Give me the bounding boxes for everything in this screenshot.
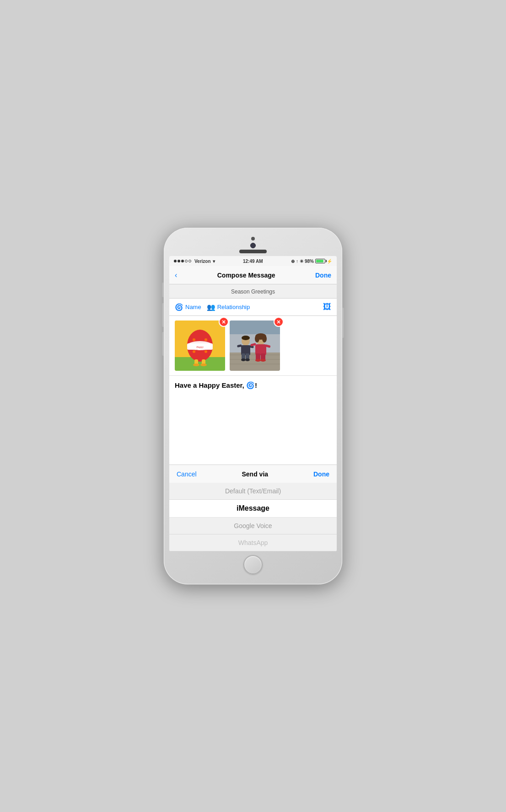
nav-title: Compose Message	[217, 272, 275, 279]
section-header: Season Greetings	[169, 284, 337, 299]
picker-option-whatsapp[interactable]: WhatsApp	[169, 534, 337, 551]
picker-option-google-voice[interactable]: Google Voice	[169, 518, 337, 534]
arrow-icon: ↑	[296, 259, 298, 264]
easter-card-inner: Happy Easter	[175, 321, 225, 371]
kids-photo-inner	[230, 321, 280, 371]
relationship-icon: 👥	[207, 303, 215, 311]
cancel-button[interactable]: Cancel	[177, 470, 197, 478]
content-area: Season Greetings 🌀 Name 👥 Relationship 🖼	[169, 284, 337, 465]
signal-dot-3	[181, 260, 184, 262]
svg-point-28	[245, 358, 250, 361]
svg-point-10	[200, 363, 207, 366]
svg-point-32	[262, 335, 267, 342]
kids-photo-svg	[230, 321, 280, 371]
svg-text:Easter: Easter	[195, 349, 205, 353]
battery-bar	[315, 259, 325, 263]
volume-down-button[interactable]	[162, 332, 164, 356]
easter-card-thumb: Happy Easter	[175, 321, 225, 371]
sensor	[251, 237, 255, 240]
status-right: ⊕ ↑ ✳ 98% ⚡	[291, 259, 332, 264]
name-icon: 🌀	[175, 303, 183, 311]
battery-fill	[316, 260, 323, 262]
battery-percent: 98%	[305, 259, 314, 264]
relationship-tag[interactable]: 👥 Relationship	[207, 303, 250, 311]
svg-point-11	[193, 338, 195, 341]
svg-point-23	[242, 336, 250, 340]
signal-dot-2	[178, 260, 180, 262]
home-button[interactable]	[243, 555, 263, 574]
easter-svg: Happy Easter	[175, 321, 225, 371]
section-header-text: Season Greetings	[231, 288, 275, 295]
nav-bar: ‹ Compose Message Done	[169, 266, 337, 284]
svg-point-37	[260, 359, 266, 362]
wifi-icon: ▾	[213, 259, 215, 264]
signal-dot-4	[185, 260, 188, 262]
toolbar-done-button[interactable]: Done	[313, 470, 329, 478]
message-area[interactable]: Have a Happy Easter, 🌀!	[169, 376, 337, 465]
svg-text:Happy: Happy	[196, 346, 204, 348]
name-tag[interactable]: 🌀 Name	[175, 303, 201, 311]
message-text: Have a Happy Easter, 🌀!	[175, 381, 257, 389]
location-icon: ⊕	[291, 259, 295, 264]
charging-icon: ⚡	[327, 259, 332, 264]
back-chevron-icon: ‹	[175, 272, 177, 279]
picker-option-imessage[interactable]: iMessage	[169, 500, 337, 518]
signal-dot-5	[188, 260, 191, 262]
add-photo-button[interactable]: 🖼	[323, 302, 331, 312]
status-left: Verizon ▾	[174, 259, 215, 264]
kids-photo-thumb: ×	[230, 321, 280, 371]
speaker	[239, 250, 267, 253]
svg-point-13	[193, 350, 195, 353]
phone-bottom	[169, 551, 337, 579]
status-time: 12:49 AM	[243, 259, 263, 264]
message-text-after: !	[255, 381, 257, 389]
remove-kids-photo-button[interactable]: ×	[274, 317, 284, 327]
images-area: Happy Easter	[169, 316, 337, 376]
picker-options-list: Default (Text/Email) iMessage Google Voi…	[169, 483, 337, 551]
screen: Verizon ▾ 12:49 AM ⊕ ↑ ✳ 98% ⚡ ‹ Compose…	[169, 256, 337, 551]
tags-row: 🌀 Name 👥 Relationship 🖼	[169, 299, 337, 316]
picker-option-default[interactable]: Default (Text/Email)	[169, 483, 337, 500]
message-text-before: Have a Happy Easter,	[175, 381, 246, 389]
phone-top	[169, 233, 337, 256]
bluetooth-icon: ✳	[300, 259, 303, 264]
status-bar: Verizon ▾ 12:49 AM ⊕ ↑ ✳ 98% ⚡	[169, 256, 337, 266]
power-button[interactable]	[342, 308, 344, 338]
send-via-label: Send via	[242, 470, 269, 478]
volume-up-button[interactable]	[162, 303, 164, 327]
svg-rect-17	[230, 350, 280, 371]
photo-icon: 🖼	[323, 302, 331, 311]
nav-done-button[interactable]: Done	[315, 272, 331, 279]
svg-point-12	[205, 338, 207, 341]
send-via-picker: Default (Text/Email) iMessage Google Voi…	[169, 483, 337, 551]
remove-easter-card-button[interactable]: ×	[219, 317, 229, 327]
phone-frame: Verizon ▾ 12:49 AM ⊕ ↑ ✳ 98% ⚡ ‹ Compose…	[164, 228, 342, 584]
svg-point-31	[255, 335, 259, 342]
svg-point-36	[255, 359, 261, 362]
carrier-label: Verizon	[194, 259, 211, 264]
signal-dot-1	[174, 260, 177, 262]
bottom-toolbar: Cancel Send via Done	[169, 465, 337, 483]
svg-point-9	[193, 363, 199, 366]
back-button[interactable]: ‹	[175, 272, 177, 279]
svg-point-14	[205, 350, 207, 353]
front-camera	[250, 243, 256, 248]
name-tag-label: Name	[185, 304, 201, 310]
message-name-icon: 🌀	[246, 381, 255, 389]
relationship-tag-label: Relationship	[217, 304, 250, 310]
easter-card-image: Happy Easter	[175, 321, 225, 371]
svg-point-27	[241, 358, 246, 361]
signal-dots	[174, 260, 191, 262]
